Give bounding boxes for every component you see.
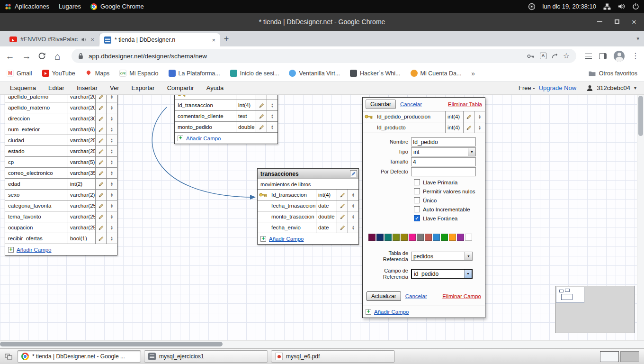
checkbox[interactable]: ✓ xyxy=(414,179,420,185)
table-row[interactable]: ciudad varchar(25) ▲▼ xyxy=(5,135,117,146)
reorder-field-handle[interactable]: ▲▼ xyxy=(474,111,485,122)
color-swatch[interactable] xyxy=(368,234,376,241)
show-desktop-button[interactable] xyxy=(3,351,14,362)
horizontal-scrollbar[interactable] xyxy=(0,340,644,348)
update-field-button[interactable]: Actualizar xyxy=(367,291,401,301)
reorder-field-handle[interactable]: ▲▼ xyxy=(106,146,117,156)
color-swatch[interactable] xyxy=(457,234,464,241)
save-table-button[interactable]: Guardar xyxy=(366,100,396,109)
color-swatch[interactable] xyxy=(409,234,416,241)
edit-field-button[interactable] xyxy=(95,157,106,167)
table-clientes[interactable]: apellido_paterno varchar(20) ▲▼ apellido… xyxy=(5,95,117,255)
edit-field-button[interactable] xyxy=(463,122,474,133)
color-swatch[interactable] xyxy=(401,234,408,241)
table-row[interactable]: monto_trasaccion double ▲▼ xyxy=(258,211,358,222)
table-row[interactable]: direccion varchar(30) ▲▼ xyxy=(5,113,117,124)
translate-icon[interactable] xyxy=(540,53,546,59)
minimap-viewport[interactable] xyxy=(556,287,584,303)
tab-dbdesigner[interactable]: * tienda | DbDesigner.n × xyxy=(99,33,220,46)
color-swatch[interactable] xyxy=(425,234,432,241)
bookmark-item[interactable]: Gmail xyxy=(7,70,32,77)
bookmark-star-icon[interactable]: ☆ xyxy=(563,52,570,60)
add-field-link[interactable]: Añadir Campo xyxy=(186,136,221,141)
reorder-field-handle[interactable]: ▲▼ xyxy=(106,102,117,113)
reorder-field-handle[interactable]: ▲▼ xyxy=(267,122,277,132)
side-panel-icon[interactable] xyxy=(599,53,607,59)
reorder-field-handle[interactable]: ▲▼ xyxy=(106,211,117,222)
tipo-select[interactable]: int ▼ xyxy=(411,147,476,156)
por-defecto-input[interactable] xyxy=(411,167,476,176)
edit-table-button[interactable] xyxy=(350,170,357,177)
table-row[interactable]: fecha_envio date ▲▼ xyxy=(258,222,358,233)
tab-audio-icon[interactable] xyxy=(81,37,87,42)
checkbox-row[interactable]: ✓ Llave Primaria xyxy=(414,179,485,185)
reorder-field-handle[interactable]: ▲▼ xyxy=(348,190,358,200)
edit-field-button[interactable] xyxy=(337,200,348,211)
add-field-row[interactable]: Añadir Campo xyxy=(175,133,277,144)
chevron-down-icon[interactable]: ▾ xyxy=(634,85,636,91)
back-button[interactable]: ← xyxy=(5,52,15,61)
schema-canvas[interactable]: apellido_paterno varchar(20) ▲▼ apellido… xyxy=(0,95,644,340)
edit-field-button[interactable] xyxy=(95,95,106,102)
share-icon[interactable] xyxy=(552,53,558,59)
network-icon[interactable] xyxy=(603,3,611,10)
reorder-field-handle[interactable]: ▲▼ xyxy=(106,190,117,200)
checkbox[interactable]: ✓ xyxy=(414,188,420,194)
bookmark-item[interactable]: YouTube xyxy=(42,70,75,77)
table-transacciones[interactable]: transacciones movimientos de libros Id_t… xyxy=(257,168,359,245)
checkbox-row[interactable]: ✓ Llave Foránea xyxy=(414,215,485,221)
nombre-input[interactable] xyxy=(411,137,476,146)
checkbox[interactable]: ✓ xyxy=(414,215,420,221)
reorder-field-handle[interactable]: ▲▼ xyxy=(106,135,117,146)
table-header[interactable]: transacciones xyxy=(258,169,358,179)
status-indicator-icon[interactable] xyxy=(528,3,536,10)
edit-field-button[interactable] xyxy=(95,200,106,211)
menubar-item[interactable]: Exportar xyxy=(125,84,161,91)
add-field-row[interactable]: Añadir Campo xyxy=(5,244,117,255)
checkbox[interactable]: ✓ xyxy=(414,206,420,212)
reorder-field-handle[interactable]: ▲▼ xyxy=(106,222,117,233)
reorder-field-handle[interactable]: ▲▼ xyxy=(474,122,485,133)
reorder-field-handle[interactable]: ▲▼ xyxy=(106,95,117,102)
reorder-field-handle[interactable] xyxy=(267,95,277,100)
clock[interactable]: lun dic 19, 20:38:10 xyxy=(543,3,596,10)
tabla-referencia-select[interactable]: pedidos ▼ xyxy=(411,252,473,261)
reading-list-icon[interactable] xyxy=(585,54,592,59)
table-row[interactable]: monto_pedido double ▲▼ xyxy=(175,122,277,133)
color-swatch[interactable] xyxy=(376,234,384,241)
edit-field-button[interactable] xyxy=(95,124,106,135)
reorder-field-handle[interactable]: ▲▼ xyxy=(106,113,117,124)
edit-field-button[interactable] xyxy=(95,233,106,244)
delete-table-link[interactable]: Eliminar Tabla xyxy=(448,101,482,107)
reorder-field-handle[interactable]: ▲▼ xyxy=(106,168,117,178)
bookmark-item[interactable]: Mi Cuenta Da... xyxy=(411,70,462,77)
omnibox[interactable]: app.dbdesigner.net/designer/schema/new ☆ xyxy=(72,49,576,63)
add-field-link[interactable]: Añadir Campo xyxy=(17,247,52,253)
edit-field-button[interactable] xyxy=(256,122,267,132)
edit-field-button[interactable] xyxy=(256,100,267,110)
checkbox-row[interactable]: ✓ Único xyxy=(414,197,485,203)
minimap[interactable] xyxy=(555,286,635,333)
edit-field-button[interactable] xyxy=(95,102,106,113)
taskbar-window-button[interactable]: * tienda | DbDesigner.net - Google ... xyxy=(17,350,141,363)
chrome-menu[interactable]: Google Chrome xyxy=(90,3,144,10)
workspace-1[interactable] xyxy=(600,351,619,362)
edit-field-button[interactable] xyxy=(337,211,348,222)
username[interactable]: 312cbebc04 xyxy=(597,84,630,91)
other-bookmarks[interactable]: Otros favoritos xyxy=(589,70,637,77)
bookmarks-overflow-icon[interactable]: » xyxy=(471,70,475,77)
table-row[interactable]: edad int(2) ▲▼ xyxy=(5,179,117,190)
forward-button[interactable]: → xyxy=(21,52,32,61)
reorder-field-handle[interactable]: ▲▼ xyxy=(106,124,117,135)
table-row[interactable]: apellido_materno varchar(20) ▲▼ xyxy=(5,102,117,113)
reorder-field-handle[interactable]: ▲▼ xyxy=(348,200,358,211)
window-titlebar[interactable]: * tienda | DbDesigner.net - Google Chrom… xyxy=(0,13,644,31)
color-swatch[interactable] xyxy=(385,234,392,241)
profile-avatar[interactable] xyxy=(614,51,625,62)
table-row[interactable]: estado varchar(25) ▲▼ xyxy=(5,146,117,157)
menubar-item[interactable]: Compartir xyxy=(161,84,200,91)
color-swatch[interactable] xyxy=(465,234,472,241)
table-row[interactable]: apellido_paterno varchar(20) ▲▼ xyxy=(5,95,117,102)
color-swatch[interactable] xyxy=(393,234,400,241)
maximize-button[interactable] xyxy=(615,19,619,24)
